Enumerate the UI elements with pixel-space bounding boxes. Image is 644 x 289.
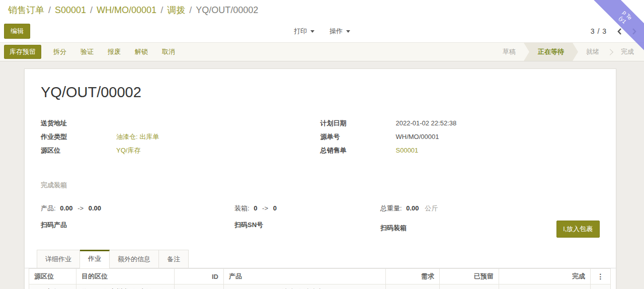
total-weight-stat: 总重量: 0.00 公斤 xyxy=(380,204,600,213)
product-count-stat: 产品: 0.00 -> 0.00 xyxy=(41,204,234,213)
column-options-icon[interactable]: ⋮ xyxy=(597,272,604,280)
pager: 3 / 3 xyxy=(591,27,637,35)
cell-source-location[interactable]: YQ/库存 xyxy=(29,284,76,289)
center-actions: 打印 操作 xyxy=(0,27,644,36)
breadcrumb-separator: / xyxy=(90,5,93,16)
action-dropdown-label: 操作 xyxy=(330,27,343,36)
edit-button[interactable]: 编辑 xyxy=(4,24,30,39)
pager-previous-button[interactable] xyxy=(617,28,622,35)
form-sheet: YQ/OUT/00002 送货地址 作业类型 油漆仓: 出库单 源区位 YQ/库… xyxy=(24,68,616,289)
packing-stats: 产品: 0.00 -> 0.00 装箱: 0 -> 0 总重量: 0.00 公斤 xyxy=(41,204,600,213)
cell-dest-location[interactable]: 物理区位/广州尚鹏: 中转区位 xyxy=(76,284,175,289)
col-product[interactable]: 产品 xyxy=(224,269,386,284)
scan-package-label: 扫码装箱 xyxy=(380,221,407,233)
page-title: YQ/OUT/00002 xyxy=(41,84,600,101)
split-button[interactable]: 拆分 xyxy=(46,45,73,58)
cell-demand[interactable]: 3.00 xyxy=(386,284,440,289)
status-bar: 库存预留 拆分 验证 报废 解锁 取消 草稿 正在等待 就绪 完成 xyxy=(0,42,644,61)
delivery-address-label: 送货地址 xyxy=(41,119,116,128)
notebook-tabs: 详细作业 作业 额外的信息 备注 xyxy=(25,250,616,268)
chevron-right-icon xyxy=(632,28,637,35)
validate-button[interactable]: 验证 xyxy=(73,45,101,58)
source-location-label: 源区位 xyxy=(41,146,116,155)
operations-table: 源区位 目的区位 ID 产品 需求 已预留 完成 ⋮ YQ/库存 物理区位/广州… xyxy=(29,268,609,289)
scrap-button[interactable]: 报废 xyxy=(101,45,128,58)
breadcrumb-link-s00001[interactable]: S00001 xyxy=(55,5,86,16)
pager-value: 3 / 3 xyxy=(591,27,607,35)
table-row[interactable]: YQ/库存 物理区位/广州尚鹏: 中转区位 161 [6901028075763… xyxy=(29,284,611,289)
col-reserved[interactable]: 已预留 xyxy=(440,269,499,284)
breadcrumb-link-transfers[interactable]: 调拨 xyxy=(167,4,185,16)
col-source-location[interactable]: 源区位 xyxy=(29,269,76,284)
scan-row: 扫码产品 扫码SN号 扫码装箱 l,放入包裹 xyxy=(41,221,600,238)
chevron-left-icon xyxy=(617,28,622,35)
tab-detailed-operations[interactable]: 详细作业 xyxy=(37,250,80,268)
breadcrumb-separator: / xyxy=(48,5,51,16)
cell-product[interactable]: [6901028075763] 油漆-在油漆仓 xyxy=(224,284,386,289)
cell-row-menu[interactable] xyxy=(591,284,611,289)
status-bar-buttons: 库存预留 拆分 验证 报废 解锁 取消 xyxy=(0,45,182,59)
col-demand[interactable]: 需求 xyxy=(386,269,440,284)
cell-done[interactable]: 0.00 xyxy=(499,284,591,289)
col-dest-location[interactable]: 目的区位 xyxy=(76,269,175,284)
status-step-waiting-active: 正在等待 xyxy=(524,43,578,61)
status-step-draft[interactable]: 草稿 xyxy=(495,43,524,61)
source-location-value[interactable]: YQ/库存 xyxy=(116,146,140,155)
chevron-separator-icon xyxy=(607,49,613,55)
table-header-row: 源区位 目的区位 ID 产品 需求 已预留 完成 ⋮ xyxy=(29,269,611,284)
col-done[interactable]: 完成 xyxy=(499,269,591,284)
packing-group-title: 完成装箱 xyxy=(41,181,600,190)
scheduled-date-label: 计划日期 xyxy=(320,119,396,128)
operation-type-label: 作业类型 xyxy=(41,132,116,141)
source-document-label: 源单号 xyxy=(320,132,396,141)
reserve-stock-button[interactable]: 库存预留 xyxy=(4,45,41,59)
operation-type-value[interactable]: 油漆仓: 出库单 xyxy=(116,132,159,141)
tab-operations[interactable]: 作业 xyxy=(80,250,110,268)
control-bar: 编辑 打印 操作 3 / 3 xyxy=(0,20,644,42)
field-group: 送货地址 作业类型 油漆仓: 出库单 源区位 YQ/库存 计划日期 xyxy=(41,119,600,160)
sale-order-value[interactable]: S00001 xyxy=(396,147,419,154)
tab-notes[interactable]: 备注 xyxy=(159,250,189,268)
scheduled-date-value: 2022-01-02 22:52:38 xyxy=(396,119,457,127)
cell-reserved[interactable]: 0.00 xyxy=(440,284,499,289)
source-document-value: WH/MO/00001 xyxy=(396,133,439,140)
action-dropdown[interactable]: 操作 xyxy=(330,27,350,36)
breadcrumb-link-mo[interactable]: WH/MO/00001 xyxy=(97,5,156,16)
breadcrumb: 销售订单 / S00001 / WH/MO/00001 / 调拨 / YQ/OU… xyxy=(0,0,644,20)
sale-order-label: 总销售单 xyxy=(320,146,396,155)
cell-id[interactable]: 161 xyxy=(175,284,224,289)
pager-next-button[interactable] xyxy=(632,28,637,35)
print-dropdown[interactable]: 打印 xyxy=(294,27,314,36)
scan-product-label: 扫码产品 xyxy=(41,218,67,229)
tab-additional-info[interactable]: 额外的信息 xyxy=(110,250,159,268)
scan-sn-label: 扫码SN号 xyxy=(234,218,263,229)
print-dropdown-label: 打印 xyxy=(294,27,307,36)
status-step-done[interactable]: 完成 xyxy=(613,43,642,61)
breadcrumb-separator: / xyxy=(160,5,163,16)
caret-down-icon xyxy=(346,30,350,33)
package-count-stat: 装箱: 0 -> 0 xyxy=(234,204,380,213)
breadcrumb-separator: / xyxy=(189,5,192,16)
cancel-button[interactable]: 取消 xyxy=(155,45,182,58)
status-pipeline: 草稿 正在等待 就绪 完成 xyxy=(495,43,644,61)
breadcrumb-current: YQ/OUT/00002 xyxy=(196,5,258,16)
content-area: YQ/OUT/00002 送货地址 作业类型 油漆仓: 出库单 源区位 YQ/库… xyxy=(0,61,644,289)
caret-down-icon xyxy=(310,30,314,33)
status-step-ready[interactable]: 就绪 xyxy=(578,43,607,61)
unlock-button[interactable]: 解锁 xyxy=(128,45,155,58)
col-id[interactable]: ID xyxy=(175,269,224,284)
breadcrumb-link-sale-order[interactable]: 销售订单 xyxy=(8,4,44,16)
put-in-pack-button[interactable]: l,放入包裹 xyxy=(556,221,600,238)
